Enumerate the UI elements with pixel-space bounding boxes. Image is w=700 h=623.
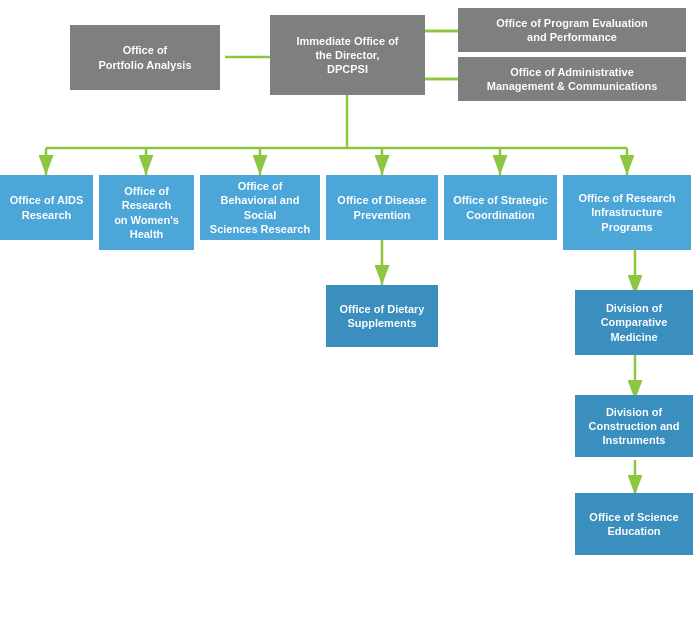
comparative-medicine-label: Division of Comparative Medicine [601,301,668,344]
womens-health-box: Office of Research on Women's Health [99,175,194,250]
admin-mgmt-label: Office of Administrative Management & Co… [487,65,658,94]
admin-mgmt-box: Office of Administrative Management & Co… [458,57,686,101]
immediate-office-label: Immediate Office of the Director, DPCPSI [296,34,398,77]
construction-label: Division of Construction and Instruments [588,405,679,448]
science-education-label: Office of Science Education [589,510,678,539]
aids-research-label: Office of AIDS Research [10,193,84,222]
science-education-box: Office of Science Education [575,493,693,555]
behavioral-box: Office of Behavioral and Social Sciences… [200,175,320,240]
research-infra-label: Office of Research Infrastructure Progra… [578,191,675,234]
behavioral-label: Office of Behavioral and Social Sciences… [208,179,312,236]
program-eval-label: Office of Program Evaluation and Perform… [496,16,648,45]
disease-prevention-box: Office of Disease Prevention [326,175,438,240]
disease-prevention-label: Office of Disease Prevention [337,193,426,222]
aids-research-box: Office of AIDS Research [0,175,93,240]
research-infra-box: Office of Research Infrastructure Progra… [563,175,691,250]
dietary-supplements-label: Office of Dietary Supplements [340,302,425,331]
strategic-coord-label: Office of Strategic Coordination [453,193,548,222]
org-chart: Office of Portfolio Analysis Immediate O… [0,0,700,623]
program-eval-box: Office of Program Evaluation and Perform… [458,8,686,52]
portfolio-analysis-label: Office of Portfolio Analysis [98,43,191,72]
strategic-coord-box: Office of Strategic Coordination [444,175,557,240]
portfolio-analysis-box: Office of Portfolio Analysis [70,25,220,90]
womens-health-label: Office of Research on Women's Health [114,184,179,241]
construction-box: Division of Construction and Instruments [575,395,693,457]
comparative-medicine-box: Division of Comparative Medicine [575,290,693,355]
dietary-supplements-box: Office of Dietary Supplements [326,285,438,347]
immediate-office-box: Immediate Office of the Director, DPCPSI [270,15,425,95]
